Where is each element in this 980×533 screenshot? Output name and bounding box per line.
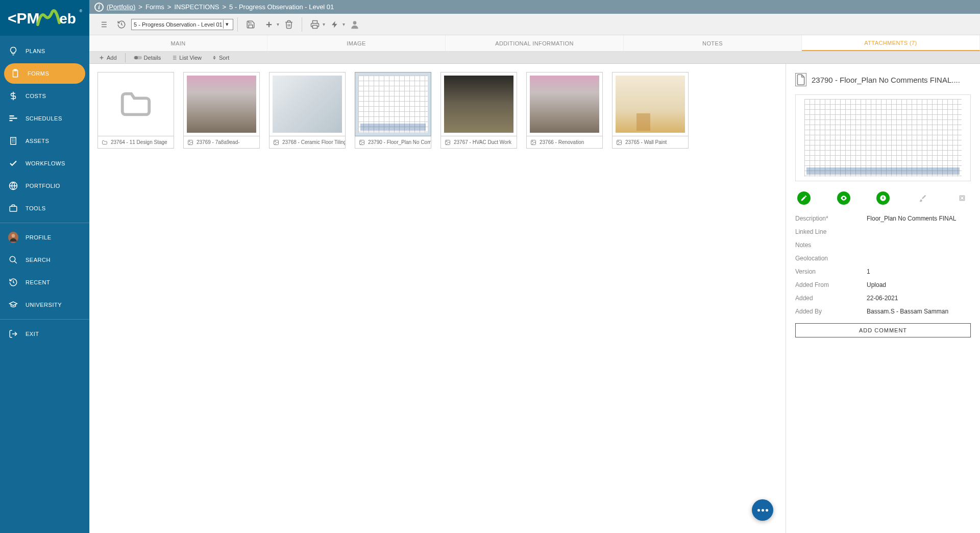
svg-rect-30: [961, 197, 963, 199]
user-button[interactable]: [346, 16, 363, 33]
history-button[interactable]: [113, 16, 130, 33]
delete-button[interactable]: [280, 16, 298, 33]
fab-more-button[interactable]: [752, 499, 773, 521]
sidebar-label: TOOLS: [26, 205, 46, 211]
sidebar-item-assets[interactable]: ASSETS: [0, 130, 89, 152]
attachments-gallery: 23764 - 11 Design Stage 23769 - 7a8a9ead…: [89, 64, 786, 533]
breadcrumb-sep: >: [138, 3, 142, 11]
sidebar-item-plans[interactable]: PLANS: [0, 40, 89, 62]
chevron-down-icon: ▾: [342, 21, 345, 27]
tab-image[interactable]: IMAGE: [267, 35, 446, 51]
view-button[interactable]: [837, 191, 850, 205]
list-toggle-button[interactable]: [94, 16, 112, 33]
details-toggle[interactable]: Details: [130, 54, 165, 62]
tab-bar: MAIN IMAGE ADDITIONAL INFORMATION NOTES …: [89, 35, 980, 52]
sidebar-item-recent[interactable]: RECENT: [0, 271, 89, 294]
building-icon: [8, 136, 18, 146]
sidebar-item-costs[interactable]: COSTS: [0, 85, 89, 107]
search-icon: [8, 255, 18, 265]
toolbar: 5 - Progress Observation - Level 01 ▾ ▾ …: [89, 14, 980, 35]
print-button[interactable]: ▾: [306, 16, 325, 33]
meta-label: Added: [795, 295, 867, 302]
meta-value: 22-06-2021: [867, 295, 971, 302]
sidebar-item-profile[interactable]: PROFILE: [0, 226, 89, 249]
meta-value: Upload: [867, 281, 971, 288]
chevron-down-icon: ▾: [223, 20, 231, 29]
svg-point-15: [134, 56, 138, 59]
attachment-card[interactable]: 23769 - 7a8a9ead-: [183, 72, 260, 149]
crop-button[interactable]: [955, 191, 969, 205]
sidebar-item-university[interactable]: UNIVERSITY: [0, 294, 89, 316]
svg-rect-8: [11, 137, 16, 144]
svg-rect-5: [10, 115, 14, 116]
attachment-card[interactable]: 23768 - Ceramic Floor Tiling: [269, 72, 346, 149]
meta-label: Linked Line: [795, 228, 867, 235]
attachment-caption: 23768 - Ceramic Floor Tiling: [282, 139, 346, 145]
info-icon[interactable]: i: [94, 3, 104, 12]
detail-title: 23790 - Floor_Plan No Comments FINAL....: [812, 76, 960, 84]
breadcrumb-forms[interactable]: Forms: [145, 3, 164, 11]
breadcrumb-portfolio[interactable]: (Portfolio): [107, 3, 135, 11]
image-icon: [530, 139, 537, 146]
tab-notes[interactable]: NOTES: [624, 35, 802, 51]
edit-button[interactable]: [797, 191, 811, 205]
breadcrumb: i (Portfolio) > Forms > INSPECTIONS > 5 …: [89, 0, 980, 14]
sidebar-item-tools[interactable]: TOOLS: [0, 197, 89, 220]
image-icon: [616, 139, 623, 146]
attachment-card[interactable]: 23790 - Floor_Plan No Com...: [355, 72, 431, 149]
svg-point-23: [446, 141, 447, 142]
sidebar-item-search[interactable]: SEARCH: [0, 249, 89, 271]
sidebar-label: FORMS: [28, 70, 49, 77]
sidebar-label: SCHEDULES: [26, 115, 62, 122]
breadcrumb-sep: >: [167, 3, 172, 11]
breadcrumb-inspections[interactable]: INSPECTIONS: [174, 3, 219, 11]
svg-text:<PM: <PM: [7, 10, 39, 27]
svg-point-25: [532, 141, 533, 142]
sidebar-label: UNIVERSITY: [26, 302, 62, 308]
add-comment-button[interactable]: ADD COMMENT: [795, 323, 971, 337]
sort-button[interactable]: Sort: [208, 54, 233, 62]
image-icon: [444, 139, 451, 146]
save-button[interactable]: [242, 16, 259, 33]
chevron-down-icon: ▾: [323, 21, 325, 27]
add-button[interactable]: ▾: [260, 16, 279, 33]
download-button[interactable]: [876, 191, 890, 205]
sidebar-item-portfolio[interactable]: PORTFOLIO: [0, 175, 89, 197]
image-icon: [358, 139, 365, 146]
sidebar-item-schedules[interactable]: SCHEDULES: [0, 107, 89, 130]
attachment-caption: 23767 - HVAC Duct Work: [454, 139, 511, 145]
attachment-caption: 23765 - Wall Paint: [625, 139, 667, 145]
sidebar-item-exit[interactable]: EXIT: [0, 323, 89, 345]
listview-button[interactable]: List View: [167, 54, 206, 62]
bars-icon: [8, 113, 18, 124]
meta-label: Description*: [795, 215, 867, 222]
listview-label: List View: [179, 55, 202, 61]
meta-value: Floor_Plan No Comments FINAL: [867, 215, 971, 222]
attachment-caption: 23790 - Floor_Plan No Com...: [368, 139, 431, 145]
record-select[interactable]: 5 - Progress Observation - Level 01 ▾: [131, 19, 233, 30]
subtoolbar: Add Details List View Sort: [89, 52, 980, 64]
tab-attachments[interactable]: ATTACHMENTS (7): [802, 35, 980, 51]
meta-value: [867, 255, 971, 262]
breadcrumb-title: 5 - Progress Observation - Level 01: [229, 3, 334, 11]
globe-icon: [8, 181, 18, 191]
sidebar-item-forms[interactable]: FORMS: [4, 63, 85, 84]
action-button[interactable]: ▾: [326, 16, 345, 33]
preview-image[interactable]: [795, 94, 971, 181]
image-icon: [187, 139, 194, 146]
sidebar-item-workflows[interactable]: WORKFLOWS: [0, 152, 89, 175]
pdf-icon: [795, 73, 806, 86]
sidebar-label: PLANS: [26, 48, 45, 54]
svg-point-19: [275, 141, 276, 142]
tab-main[interactable]: MAIN: [89, 35, 267, 51]
logo[interactable]: <PM eb ®: [0, 0, 89, 36]
attachment-card[interactable]: 23765 - Wall Paint: [612, 72, 689, 149]
folder-icon: [115, 86, 156, 122]
attachment-card[interactable]: 23764 - 11 Design Stage: [97, 72, 174, 149]
sort-label: Sort: [219, 55, 229, 61]
tab-additional[interactable]: ADDITIONAL INFORMATION: [446, 35, 624, 51]
add-attachment-button[interactable]: Add: [94, 54, 121, 62]
attachment-card[interactable]: 23767 - HVAC Duct Work: [440, 72, 517, 149]
attachment-card[interactable]: 23766 - Renovation: [526, 72, 603, 149]
brush-button[interactable]: [916, 191, 929, 205]
